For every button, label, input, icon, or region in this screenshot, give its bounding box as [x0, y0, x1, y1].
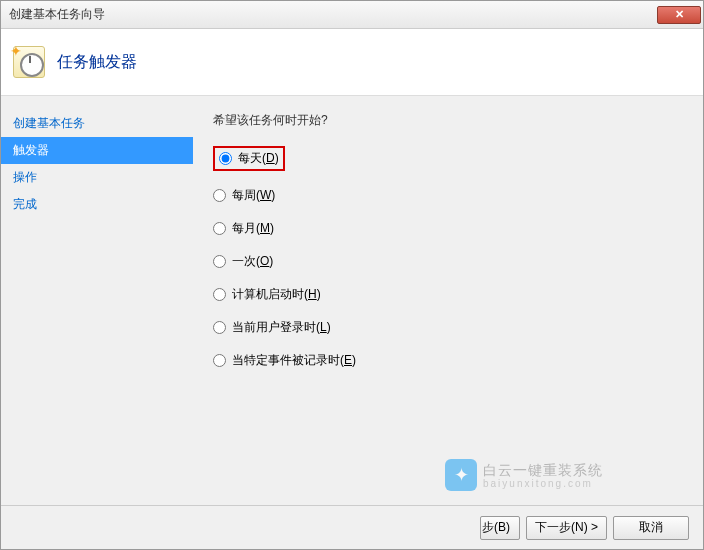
radio-monthly[interactable] — [213, 222, 226, 235]
option-label: 每天(D) — [238, 150, 279, 167]
wizard-footer: 步(B) 下一步(N) > 取消 — [1, 505, 703, 549]
option-weekly[interactable]: 每周(W) — [213, 182, 683, 209]
option-event[interactable]: 当特定事件被记录时(E) — [213, 347, 683, 374]
back-button[interactable]: 步(B) — [480, 516, 520, 540]
wizard-content: 希望该任务何时开始? 每天(D) 每周(W) 每月(M) — [193, 96, 703, 505]
option-startup[interactable]: 计算机启动时(H) — [213, 281, 683, 308]
option-label: 一次(O) — [232, 253, 273, 270]
radio-startup[interactable] — [213, 288, 226, 301]
wizard-header: ✦ 任务触发器 — [1, 29, 703, 96]
wizard-steps-sidebar: 创建基本任务 触发器 操作 完成 — [1, 96, 193, 505]
sidebar-item-trigger[interactable]: 触发器 — [1, 137, 193, 164]
option-label: 当特定事件被记录时(E) — [232, 352, 356, 369]
radio-logon[interactable] — [213, 321, 226, 334]
trigger-prompt: 希望该任务何时开始? — [213, 112, 683, 129]
option-label: 每周(W) — [232, 187, 275, 204]
option-daily[interactable]: 每天(D) — [213, 141, 683, 176]
radio-daily[interactable] — [219, 152, 232, 165]
window-title: 创建基本任务向导 — [9, 6, 105, 23]
scheduler-icon: ✦ — [13, 46, 45, 78]
titlebar: 创建基本任务向导 ✕ — [1, 1, 703, 29]
option-label: 计算机启动时(H) — [232, 286, 321, 303]
option-monthly[interactable]: 每月(M) — [213, 215, 683, 242]
close-button[interactable]: ✕ — [657, 6, 701, 24]
sidebar-item-create-task[interactable]: 创建基本任务 — [1, 110, 193, 137]
cancel-button[interactable]: 取消 — [613, 516, 689, 540]
radio-weekly[interactable] — [213, 189, 226, 202]
wizard-window: 创建基本任务向导 ✕ ✦ 任务触发器 创建基本任务 触发器 操作 完成 希望该任… — [0, 0, 704, 550]
sidebar-item-finish[interactable]: 完成 — [1, 191, 193, 218]
close-icon: ✕ — [675, 8, 684, 21]
wizard-body: 创建基本任务 触发器 操作 完成 希望该任务何时开始? 每天(D) 每周(W) — [1, 96, 703, 505]
option-label: 每月(M) — [232, 220, 274, 237]
sidebar-item-action[interactable]: 操作 — [1, 164, 193, 191]
page-title: 任务触发器 — [57, 52, 137, 73]
next-button[interactable]: 下一步(N) > — [526, 516, 607, 540]
highlight-box: 每天(D) — [213, 146, 285, 171]
option-logon[interactable]: 当前用户登录时(L) — [213, 314, 683, 341]
radio-once[interactable] — [213, 255, 226, 268]
radio-event[interactable] — [213, 354, 226, 367]
option-label: 当前用户登录时(L) — [232, 319, 331, 336]
new-star-icon: ✦ — [10, 43, 22, 59]
option-once[interactable]: 一次(O) — [213, 248, 683, 275]
trigger-options: 每天(D) 每周(W) 每月(M) 一次(O) 计算机启动 — [213, 141, 683, 374]
